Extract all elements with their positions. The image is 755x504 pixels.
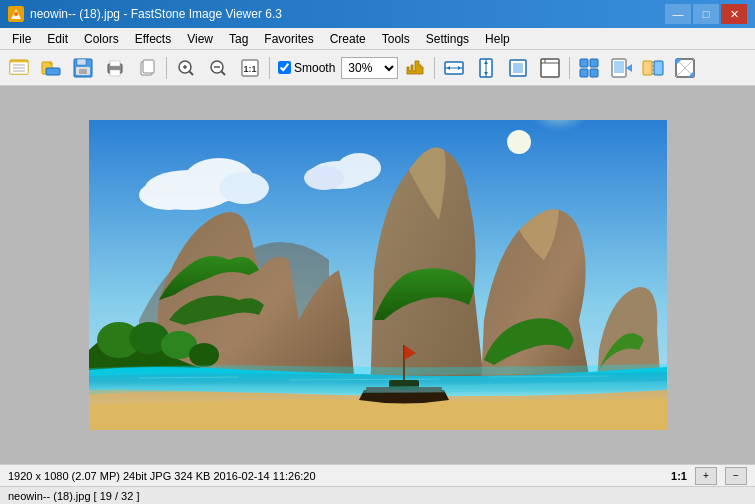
maximize-button[interactable]: □ xyxy=(693,4,719,24)
title-left: neowin-- (18).jpg - FastStone Image View… xyxy=(8,6,282,22)
menu-item-view[interactable]: View xyxy=(179,28,221,49)
stretch-button[interactable] xyxy=(670,54,700,82)
status-zoom: 1:1 xyxy=(671,470,687,482)
title-text: neowin-- (18).jpg - FastStone Image View… xyxy=(30,7,282,21)
compare-button[interactable] xyxy=(638,54,668,82)
hand-tool-button[interactable] xyxy=(400,54,430,82)
menu-item-edit[interactable]: Edit xyxy=(39,28,76,49)
separator-1 xyxy=(166,57,167,79)
svg-line-26 xyxy=(222,71,226,75)
browse-button[interactable] xyxy=(4,54,34,82)
menu-bar: FileEditColorsEffectsViewTagFavoritesCre… xyxy=(0,28,755,50)
slideshow-button[interactable] xyxy=(606,54,636,82)
svg-point-66 xyxy=(304,166,344,190)
open-button[interactable] xyxy=(36,54,66,82)
image-container xyxy=(89,120,667,430)
svg-rect-42 xyxy=(580,59,588,67)
toolbar: 1:1 Smooth 10% 25% 30% 50% 75% 100% 150%… xyxy=(0,50,755,86)
minimize-button[interactable]: — xyxy=(665,4,691,24)
menu-item-create[interactable]: Create xyxy=(322,28,374,49)
title-bar: neowin-- (18).jpg - FastStone Image View… xyxy=(0,0,755,28)
svg-marker-48 xyxy=(626,64,632,72)
svg-rect-47 xyxy=(614,61,624,73)
image-display xyxy=(89,120,667,430)
zoom-in-button[interactable] xyxy=(171,54,201,82)
svg-rect-38 xyxy=(513,63,523,73)
fit-width-button[interactable] xyxy=(439,54,469,82)
smooth-control: Smooth xyxy=(274,61,339,75)
svg-rect-19 xyxy=(143,60,154,73)
copy-button[interactable] xyxy=(132,54,162,82)
menu-item-tag[interactable]: Tag xyxy=(221,28,256,49)
separator-4 xyxy=(569,57,570,79)
svg-rect-49 xyxy=(643,61,652,75)
app-icon xyxy=(8,6,24,22)
menu-item-settings[interactable]: Settings xyxy=(418,28,477,49)
svg-rect-39 xyxy=(541,59,559,77)
fullscreen-button[interactable] xyxy=(535,54,565,82)
svg-point-2 xyxy=(14,12,18,16)
actual-size-button[interactable]: 1:1 xyxy=(235,54,265,82)
main-content xyxy=(0,86,755,464)
filename-text: neowin-- (18).jpg [ 19 / 32 ] xyxy=(8,490,139,502)
svg-rect-45 xyxy=(590,69,598,77)
separator-2 xyxy=(269,57,270,79)
save-button[interactable] xyxy=(68,54,98,82)
status-right: 1:1 + − xyxy=(671,467,747,485)
menu-item-favorites[interactable]: Favorites xyxy=(256,28,321,49)
zoom-in-status-button[interactable]: + xyxy=(695,467,717,485)
svg-rect-17 xyxy=(110,61,120,66)
zoom-select[interactable]: 10% 25% 30% 50% 75% 100% 150% 200% xyxy=(341,57,398,79)
menu-item-colors[interactable]: Colors xyxy=(76,28,127,49)
svg-point-62 xyxy=(139,180,199,210)
svg-point-70 xyxy=(189,343,219,367)
fit-height-button[interactable] xyxy=(471,54,501,82)
svg-rect-43 xyxy=(590,59,598,67)
status-info: 1920 x 1080 (2.07 MP) 24bit JPG 324 KB 2… xyxy=(8,470,316,482)
title-controls: — □ ✕ xyxy=(665,4,747,24)
svg-point-59 xyxy=(507,130,531,154)
menu-item-file[interactable]: File xyxy=(4,28,39,49)
print-button[interactable] xyxy=(100,54,130,82)
zoom-out-status-button[interactable]: − xyxy=(725,467,747,485)
smooth-checkbox[interactable] xyxy=(278,61,291,74)
zoom-out-button[interactable] xyxy=(203,54,233,82)
close-button[interactable]: ✕ xyxy=(721,4,747,24)
svg-text:1:1: 1:1 xyxy=(243,64,256,74)
svg-rect-16 xyxy=(110,70,120,76)
menu-item-tools[interactable]: Tools xyxy=(374,28,418,49)
thumbnail-button[interactable] xyxy=(574,54,604,82)
svg-rect-12 xyxy=(77,59,86,65)
filename-bar: neowin-- (18).jpg [ 19 / 32 ] xyxy=(0,486,755,504)
svg-rect-44 xyxy=(580,69,588,77)
svg-point-63 xyxy=(219,172,269,204)
smooth-label[interactable]: Smooth xyxy=(294,61,335,75)
svg-rect-14 xyxy=(79,69,87,74)
status-bar: 1920 x 1080 (2.07 MP) 24bit JPG 324 KB 2… xyxy=(0,464,755,486)
svg-rect-50 xyxy=(654,61,663,75)
svg-line-23 xyxy=(190,71,194,75)
menu-item-help[interactable]: Help xyxy=(477,28,518,49)
fit-page-button[interactable] xyxy=(503,54,533,82)
separator-3 xyxy=(434,57,435,79)
svg-rect-10 xyxy=(46,68,60,75)
menu-item-effects[interactable]: Effects xyxy=(127,28,179,49)
